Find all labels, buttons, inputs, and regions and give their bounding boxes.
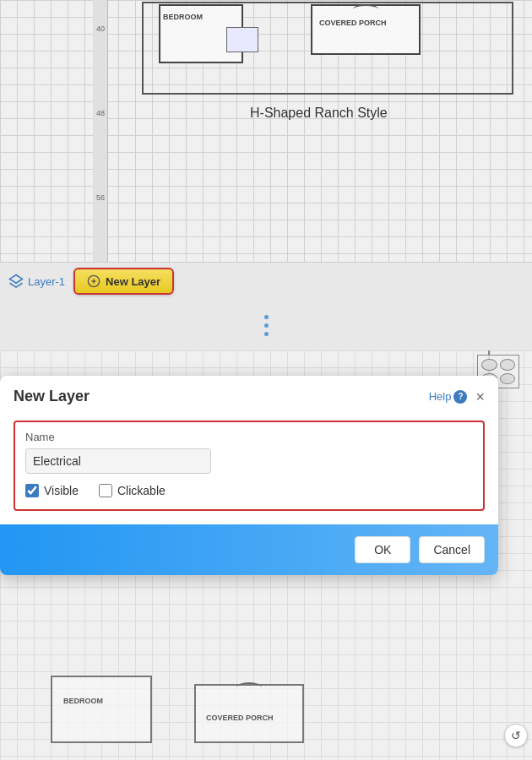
dialog-body: Name Visible Clickable (0, 414, 498, 524)
layer-toolbar: Layer-1 New Layer (0, 262, 532, 300)
layer-name: Layer-1 (28, 275, 65, 288)
ruler-mark-56: 56 (93, 194, 107, 202)
visible-checkbox-label[interactable]: Visible (25, 484, 79, 497)
close-button[interactable]: × (475, 389, 485, 404)
visible-label: Visible (44, 484, 79, 497)
form-group: Name Visible Clickable (14, 421, 485, 511)
clickable-checkbox-label[interactable]: Clickable (99, 484, 166, 497)
new-layer-icon (87, 274, 100, 288)
dialog-title: New Layer (14, 388, 90, 405)
ok-button[interactable]: OK (355, 536, 410, 563)
checkboxes-row: Visible Clickable (25, 484, 473, 497)
dot-1 (264, 315, 269, 319)
appliance-circle-4 (500, 373, 516, 385)
new-layer-dialog: New Layer Help ? × Name Visible (0, 376, 498, 575)
layer-name-input[interactable] (25, 448, 211, 474)
layers-icon (8, 274, 24, 289)
new-layer-button-label: New Layer (106, 275, 160, 288)
clickable-label: Clickable (117, 484, 166, 497)
porch-label: COVERED PORCH (319, 19, 387, 27)
ruler-mark-48: 48 (93, 110, 107, 117)
dialog-header-actions: Help ? × (429, 389, 485, 404)
appliance-circle-1 (481, 359, 497, 371)
help-label: Help (429, 390, 452, 403)
dots-divider (0, 300, 532, 350)
porch-arch (353, 4, 378, 14)
help-icon: ? (453, 390, 467, 404)
plan-title: H-Shaped Ranch Style (250, 106, 388, 121)
ruler-mark-40: 40 (93, 25, 107, 33)
help-link[interactable]: Help ? (429, 390, 468, 404)
dialog-header: New Layer Help ? × (0, 376, 498, 414)
visible-checkbox[interactable] (25, 484, 39, 497)
bed-shape (226, 27, 258, 52)
scroll-button[interactable]: ↺ (504, 724, 528, 747)
bg-porch-label: COVERED PORCH (206, 714, 274, 722)
dialog-footer: OK Cancel (0, 524, 498, 575)
dots-indicator (264, 315, 269, 336)
ruler: 40 48 56 (93, 0, 108, 300)
bg-bedroom-room (51, 676, 152, 743)
appliance-circle-2 (500, 359, 516, 371)
bg-porch-arch (236, 682, 262, 692)
floorplan-drawing: BEDROOM COVERED PORCH H-Shaped Ranch Sty… (108, 0, 522, 253)
cancel-button[interactable]: Cancel (419, 536, 485, 563)
bedroom-label: BEDROOM (163, 13, 203, 21)
bg-bedroom-label: BEDROOM (63, 697, 103, 705)
bottom-canvas: BEDROOM COVERED PORCH ↺ New Layer Help ?… (0, 350, 532, 760)
name-label: Name (25, 431, 473, 443)
new-layer-button[interactable]: New Layer (73, 268, 174, 295)
dot-2 (264, 323, 269, 328)
clickable-checkbox[interactable] (99, 484, 112, 497)
top-canvas: 40 48 56 BEDROOM COVERED PORCH H-Shaped … (0, 0, 532, 300)
svg-marker-0 (10, 275, 23, 284)
layer-badge: Layer-1 (8, 274, 65, 289)
dot-3 (264, 332, 269, 336)
